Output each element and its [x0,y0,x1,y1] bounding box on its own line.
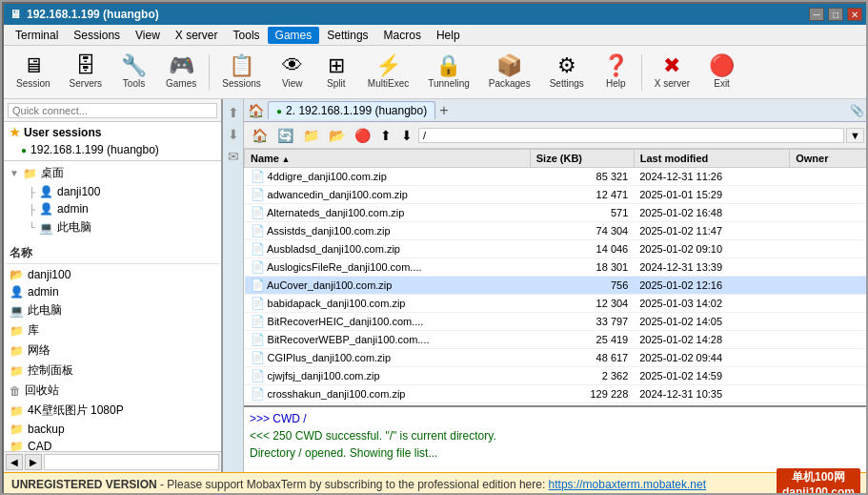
menu-macros[interactable]: Macros [376,27,429,44]
quick-connect-input[interactable] [8,103,217,118]
col-header-date[interactable]: Last modified [634,150,790,168]
toolbar-tools[interactable]: 🔧 Tools [112,50,155,95]
table-row[interactable]: 📄 AuCover_danji100.com.zip7562025-01-02 … [245,277,868,295]
mobatek-link[interactable]: https://mobaxterm.mobatek.net [549,478,706,491]
toolbar-settings[interactable]: ⚙ Settings [541,50,593,95]
side-download-icon[interactable]: ⬇ [224,125,243,144]
table-row[interactable]: 📄 BitRecoverWEBP_danji100.com....25 4192… [245,331,868,349]
watermark-line2: danji100.com [782,485,855,495]
fm-download-btn[interactable]: ⬇ [397,126,416,145]
menu-tools[interactable]: Tools [226,27,268,44]
paperclip-icon[interactable]: 📎 [850,104,864,117]
table-row[interactable]: 📄 Ausbladsd_danji100.com.zip14 0462025-0… [245,240,868,258]
toolbar-servers[interactable]: 🗄 Servers [61,50,111,95]
file-owner-cell [790,313,868,331]
table-row[interactable]: 📄 AuslogicsFileRe_danji100.com....18 301… [245,258,868,277]
tree-item-library[interactable]: 📁 库 [6,320,219,340]
folder-icon: 📁 [10,440,24,451]
toolbar-xserver[interactable]: ✖ X server [646,50,698,95]
tree-item-thispc-sub[interactable]: └ 💻 此电脑 [6,217,219,237]
table-row[interactable]: 📄 Assistds_danji100.com.zip74 3042025-01… [245,222,868,240]
table-row[interactable]: 📄 crosshakun_danji100.com.zip129 2282024… [245,385,868,403]
toolbar-multiexec[interactable]: ⚡ MultiExec [359,50,417,95]
toolbar-session[interactable]: 🖥 Session [8,50,59,95]
toolbar-exit[interactable]: 🔴 Exit [700,50,743,95]
file-date-cell: 2025-01-02 14:59 [634,367,790,385]
menu-sessions[interactable]: Sessions [66,27,128,44]
table-row[interactable]: 📄 Alternateds_danji100.com.zip5712025-01… [245,204,868,222]
table-row[interactable]: 📄 BitRecoverHEIC_danji100.com....33 7972… [245,313,868,331]
file-date-cell: 2025-01-01 15:29 [634,186,790,204]
tree-item-admin[interactable]: 👤 admin [6,283,219,300]
table-row[interactable]: 📄 CGIPlus_danji100.com.zip48 6172025-01-… [245,349,868,367]
exit-icon: 🔴 [709,55,735,76]
side-sync-icon[interactable]: ✉ [224,147,243,166]
tree-item-network[interactable]: 📁 网络 [6,340,219,361]
toolbar-view[interactable]: 👁 View [272,50,313,95]
toolbar-sessions[interactable]: 📋 Sessions [213,50,270,95]
toolbar-packages[interactable]: 📦 Packages [480,50,539,95]
terminal-line-2: <<< 250 CWD successful. "/" is current d… [250,427,862,444]
table-row[interactable]: 📄 cjwjfsj_danji100.com.zip2 3622025-01-0… [245,367,868,385]
col-header-owner[interactable]: Owner [790,150,868,168]
file-size-cell: 756 [530,277,634,295]
toolbar-packages-label: Packages [489,78,531,89]
tree-item-desktop[interactable]: ▼ 📁 桌面 [6,163,219,183]
col-header-size[interactable]: Size (KB) [530,150,634,168]
home-tab-icon[interactable]: 🏠 [248,103,264,118]
tree-label: danji100 [57,185,100,198]
tree-item-backup[interactable]: 📁 backup [6,421,219,438]
nav-right-button[interactable]: ▶ [25,454,42,470]
menu-settings[interactable]: Settings [319,27,375,44]
tree-item-danji100-user[interactable]: ├ 👤 danji100 [6,183,219,200]
minimize-button[interactable]: ─ [809,8,824,21]
file-name-cell: 📄 Ausbladsd_danji100.com.zip [245,240,531,258]
tree-item-wallpaper[interactable]: 📁 4K壁纸图片 1080P [6,401,219,421]
nav-left-button[interactable]: ◀ [6,454,23,470]
fm-refresh-btn[interactable]: 🔄 [273,126,297,145]
table-row[interactable]: 📄 4ddigre_danji100.com.zip85 3212024-12-… [245,168,868,186]
table-row[interactable]: 📄 adwancedin_danji100.com.zip12 4712025-… [245,186,868,204]
toolbar-servers-label: Servers [70,78,102,89]
toolbar-split[interactable]: ⊞ Split [315,50,357,95]
tab-bar: 🏠 ● 2. 192.168.1.199 (huangbo) + 📎 [244,99,868,122]
fm-openfolder-btn[interactable]: 📂 [325,126,349,145]
maximize-button[interactable]: □ [828,8,843,21]
toolbar-tunneling[interactable]: 🔒 Tunneling [419,50,478,95]
menu-help[interactable]: Help [429,27,468,44]
tree-label: 4K壁纸图片 1080P [28,402,124,419]
tree-item-recycle[interactable]: 🗑 回收站 [6,381,219,401]
menu-games[interactable]: Games [268,27,320,44]
fm-path-input[interactable] [418,128,844,143]
tab-add-button[interactable]: + [439,103,448,118]
expand-icon: ├ [29,187,35,197]
close-button[interactable]: ✕ [847,8,862,21]
fm-upload-btn[interactable]: ⬆ [376,126,395,145]
session-item-remote[interactable]: ● 192.168.1.199 (huangbo) [6,141,219,158]
menu-view[interactable]: View [128,27,168,44]
toolbar-games[interactable]: 🎮 Games [157,50,205,95]
folder-icon: 📁 [10,404,24,418]
fm-path-go-btn[interactable]: ▼ [846,128,864,143]
col-header-name[interactable]: Name [245,150,531,168]
file-size-cell: 129 228 [530,385,634,403]
tree-item-thispc[interactable]: 💻 此电脑 [6,300,219,320]
toolbar-help[interactable]: ❓ Help [595,50,637,95]
fm-newfolder-btn[interactable]: 📁 [299,126,323,145]
fm-delete-btn[interactable]: 🔴 [351,126,374,145]
tree-item-danji100[interactable]: 📂 danji100 [6,266,219,283]
tree-item-cad[interactable]: 📁 CAD [6,438,219,451]
tree-item-admin-user[interactable]: ├ 👤 admin [6,200,219,217]
menu-terminal[interactable]: Terminal [8,27,66,44]
menu-xserver[interactable]: X server [168,27,226,44]
side-upload-icon[interactable]: ⬆ [224,103,243,122]
file-name-cell: 📄 babidapack_danji100.com.zip [245,295,531,313]
table-row[interactable]: 📄 babidapack_danji100.com.zip12 3042025-… [245,295,868,313]
quick-connect-bar [4,99,221,122]
zip-icon: 📄 [251,297,265,310]
toolbar-games-label: Games [166,78,196,89]
tree-item-controlpanel[interactable]: 📁 控制面板 [6,361,219,381]
tab-remote-session[interactable]: ● 2. 192.168.1.199 (huangbo) [268,101,435,119]
computer-icon: 💻 [39,221,53,235]
fm-home-btn[interactable]: 🏠 [248,126,272,145]
